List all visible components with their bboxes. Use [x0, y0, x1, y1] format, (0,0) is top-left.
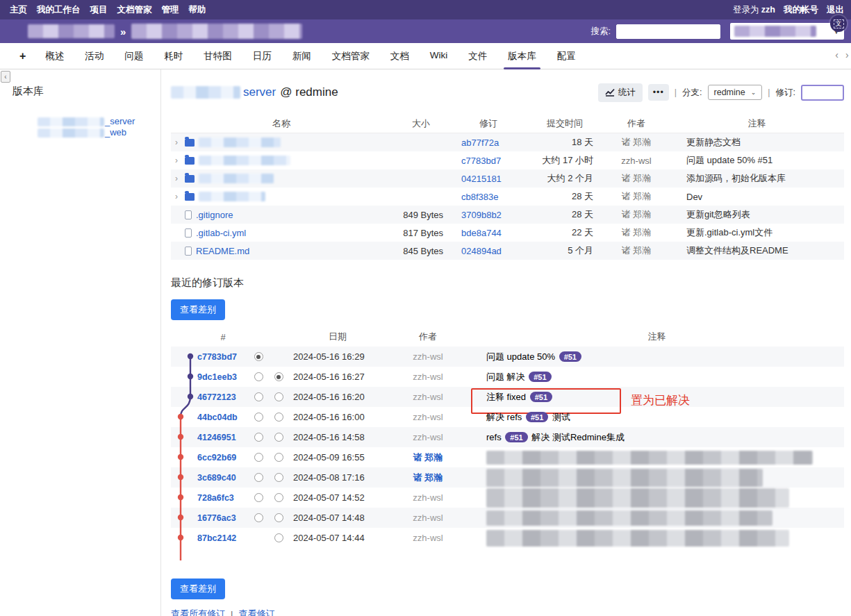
revision-link[interactable]: cb8f383e [461, 192, 499, 202]
login-prefix: 登录为 [733, 5, 759, 15]
tab-耗时[interactable]: 耗时 [163, 43, 184, 69]
revision-id-link[interactable]: 46772123 [197, 392, 236, 402]
tab-概述[interactable]: 概述 [44, 43, 65, 69]
diff-to-radio[interactable] [274, 372, 283, 381]
top-menu-item[interactable]: 管理 [162, 4, 179, 16]
diff-from-radio[interactable] [254, 493, 263, 502]
branch-select[interactable]: redmine ⌄ [708, 85, 763, 100]
diff-to-radio[interactable] [274, 473, 283, 482]
revision-link[interactable]: 024894ad [461, 246, 502, 256]
revision-link[interactable]: 3709b8b2 [461, 210, 502, 220]
sidebar-collapse-button[interactable]: ‹ [1, 71, 10, 83]
file-name-link[interactable]: .gitlab-ci.yml [196, 228, 246, 238]
project-jump-dropdown[interactable]: ▼ [730, 23, 844, 40]
revision-date-cell: 2024-05-16 16:20 [289, 392, 386, 402]
tab-活动[interactable]: 活动 [83, 43, 105, 69]
revision-id-link[interactable]: 44bc04db [197, 413, 238, 422]
view-diff-button-top[interactable]: 查看差别 [171, 299, 225, 320]
tab-文档[interactable]: 文档 [389, 43, 411, 69]
expand-chevron-icon[interactable]: › [175, 156, 181, 165]
diff-from-radio[interactable] [254, 413, 263, 422]
diff-to-radio[interactable] [274, 513, 283, 522]
top-menu-item[interactable]: 我的工作台 [37, 4, 81, 16]
diff-from-radio[interactable] [254, 392, 263, 401]
expand-chevron-icon[interactable]: › [175, 192, 181, 201]
file-name-cell: .gitignore [171, 210, 392, 220]
file-name-link[interactable]: README.md [196, 246, 249, 256]
view-all-revisions-link[interactable]: 查看所有修订 [171, 608, 225, 616]
view-revisions-link[interactable]: 查看修订 [238, 608, 274, 616]
issue-badge[interactable]: #51 [526, 412, 548, 422]
diff-from-radio[interactable] [254, 513, 263, 522]
revision-id-link[interactable]: 16776ac3 [197, 513, 236, 523]
more-actions-button[interactable]: ••• [648, 84, 669, 101]
tab-文档管家[interactable]: 文档管家 [331, 43, 371, 69]
tab-甘特图[interactable]: 甘特图 [202, 43, 233, 69]
author-link[interactable]: 诸 郑瀚 [413, 472, 443, 483]
top-menu-item[interactable]: 项目 [90, 4, 108, 16]
column-header-id: # [197, 332, 249, 342]
translate-icon[interactable]: 文 [830, 15, 847, 32]
diff-from-cell [249, 453, 268, 462]
repository-link[interactable]: _web [105, 127, 126, 138]
revision-id-link[interactable]: 728a6fc3 [197, 493, 234, 503]
diff-to-radio[interactable] [274, 493, 283, 502]
diff-from-radio[interactable] [254, 433, 263, 442]
issue-badge[interactable]: #51 [529, 372, 551, 382]
author-link[interactable]: 诸 郑瀚 [413, 452, 443, 463]
revision-id-cell: 3c689c40 [197, 472, 249, 483]
author-cell: 诸 郑瀚 [603, 226, 670, 239]
redacted-repo-name [38, 128, 104, 138]
expand-chevron-icon[interactable]: › [175, 138, 181, 147]
repository-list-item: _server [38, 116, 160, 127]
revision-id-link[interactable]: 3c689c40 [197, 473, 236, 483]
file-icon [185, 228, 192, 238]
diff-from-radio[interactable] [254, 453, 263, 462]
revision-id-link[interactable]: 6cc92b69 [197, 453, 236, 463]
diff-from-radio[interactable] [254, 473, 263, 482]
tab-scroll-left-icon[interactable]: ‹ [835, 49, 838, 60]
view-diff-button-bottom[interactable]: 查看差别 [171, 578, 225, 599]
revision-input[interactable] [801, 85, 844, 101]
search-input[interactable] [616, 24, 720, 39]
issue-badge[interactable]: #51 [530, 392, 552, 402]
tab-配置[interactable]: 配置 [556, 43, 577, 69]
tab-日历[interactable]: 日历 [251, 43, 273, 69]
stats-button[interactable]: 统计 [598, 83, 643, 102]
diff-to-cell [268, 392, 289, 401]
tab-版本库[interactable]: 版本库 [506, 43, 538, 69]
revision-id-link[interactable]: 41246951 [197, 433, 236, 442]
tab-问题[interactable]: 问题 [123, 43, 144, 69]
revision-id-link[interactable]: 87bc2142 [197, 533, 236, 543]
diff-to-radio[interactable] [274, 453, 283, 462]
repo-name-link[interactable]: server [243, 85, 276, 99]
diff-to-radio[interactable] [274, 433, 283, 442]
repository-link[interactable]: _server [105, 116, 135, 126]
file-name-link[interactable]: .gitignore [196, 210, 233, 220]
revision-link[interactable]: c7783bd7 [461, 156, 501, 166]
diff-from-radio[interactable] [254, 372, 263, 381]
top-menu-item[interactable]: 主页 [10, 4, 27, 16]
tab-Wiki[interactable]: Wiki [429, 43, 449, 69]
diff-from-radio[interactable] [254, 352, 263, 361]
logout-link[interactable]: 退出 [827, 4, 844, 16]
tab-scroll-right-icon[interactable]: › [845, 49, 850, 60]
revision-link[interactable]: bde8a744 [461, 228, 502, 238]
tab-新闻[interactable]: 新闻 [291, 43, 313, 69]
my-account-link[interactable]: 我的帐号 [784, 4, 818, 16]
top-menu-item[interactable]: 文档管家 [117, 4, 152, 16]
issue-badge[interactable]: #51 [505, 432, 527, 442]
files-column-header: 修订 [450, 117, 527, 130]
revision-link[interactable]: ab77f72a [461, 138, 499, 148]
expand-chevron-icon[interactable]: › [175, 174, 181, 183]
tab-文件[interactable]: 文件 [467, 43, 488, 69]
diff-to-radio[interactable] [274, 392, 283, 401]
revision-id-link[interactable]: 9dc1eeb3 [197, 372, 237, 382]
diff-to-radio[interactable] [274, 413, 283, 422]
issue-badge[interactable]: #51 [559, 351, 581, 362]
revision-id-link[interactable]: c7783bd7 [197, 352, 237, 362]
diff-to-radio[interactable] [274, 533, 283, 542]
top-menu-item[interactable]: 帮助 [189, 4, 206, 16]
add-tab-button[interactable]: + [19, 50, 26, 63]
revision-link[interactable]: 04215181 [461, 174, 502, 184]
